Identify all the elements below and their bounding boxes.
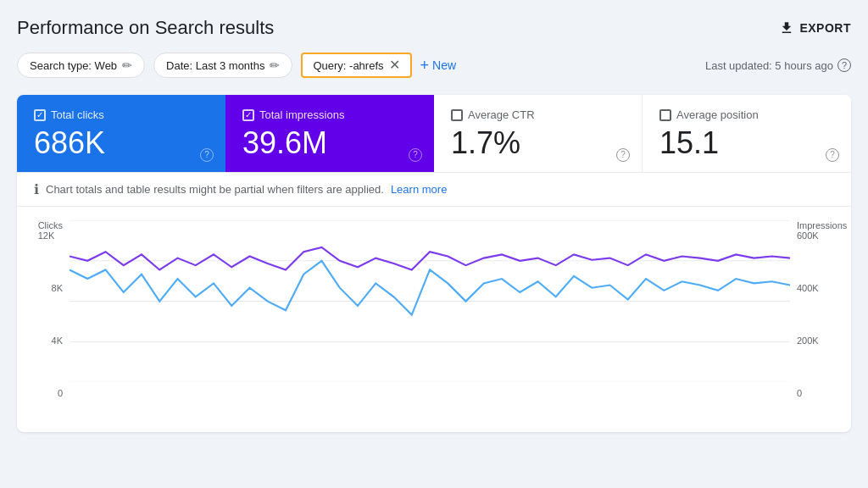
header: Performance on Search results EXPORT bbox=[17, 17, 851, 39]
learn-more-link[interactable]: Learn more bbox=[391, 183, 447, 196]
left-tick-8k: 8K bbox=[52, 283, 63, 293]
y-axis-left: Clicks 12K 8K 4K 0 bbox=[34, 220, 68, 398]
new-filter-button[interactable]: + New bbox=[420, 57, 457, 75]
right-tick-400k: 400K bbox=[797, 283, 819, 293]
metric-ctr[interactable]: Average CTR 1.7% ? bbox=[434, 95, 643, 172]
metric-position[interactable]: Average position 15.1 ? bbox=[643, 95, 851, 172]
ctr-value: 1.7% bbox=[451, 126, 625, 160]
last-updated: Last updated: 5 hours ago ? bbox=[705, 58, 851, 72]
plus-icon: + bbox=[420, 57, 430, 75]
right-axis-title: Impressions bbox=[797, 220, 847, 230]
metric-impressions[interactable]: Total impressions 39.6M ? bbox=[225, 95, 434, 172]
edit-icon: ✏ bbox=[270, 58, 280, 72]
ctr-label-row: Average CTR bbox=[451, 108, 625, 121]
clicks-line bbox=[70, 260, 790, 314]
chart-svg bbox=[70, 220, 790, 382]
clicks-label-row: Total clicks bbox=[34, 108, 209, 121]
clicks-value: 686K bbox=[34, 126, 209, 160]
left-tick-12k: 12K bbox=[38, 230, 63, 241]
impressions-help-icon[interactable]: ? bbox=[409, 148, 422, 162]
info-bar: ℹ Chart totals and table results might b… bbox=[17, 172, 851, 207]
clicks-help-icon[interactable]: ? bbox=[200, 148, 214, 162]
page-wrapper: Performance on Search results EXPORT Sea… bbox=[17, 17, 851, 432]
left-tick-0: 0 bbox=[58, 388, 63, 398]
right-tick-600k: 600K bbox=[797, 230, 847, 241]
edit-icon: ✏ bbox=[122, 58, 132, 72]
date-filter[interactable]: Date: Last 3 months ✏ bbox=[153, 53, 292, 78]
filter-bar: Search type: Web ✏ Date: Last 3 months ✏… bbox=[17, 53, 851, 78]
position-checkbox[interactable] bbox=[659, 109, 671, 121]
info-icon: ℹ bbox=[34, 181, 39, 197]
close-icon[interactable]: ✕ bbox=[389, 58, 400, 72]
y-axis-right: Impressions 600K 400K 200K 0 bbox=[792, 220, 834, 398]
left-axis-title: Clicks bbox=[38, 220, 63, 230]
main-card: Total clicks 686K ? Total impressions 39… bbox=[17, 95, 851, 432]
export-icon bbox=[779, 20, 794, 36]
right-tick-200k: 200K bbox=[797, 336, 819, 346]
ctr-checkbox[interactable] bbox=[451, 109, 463, 121]
impressions-label-row: Total impressions bbox=[242, 108, 417, 121]
help-icon[interactable]: ? bbox=[837, 58, 851, 72]
impressions-checkbox[interactable] bbox=[242, 109, 254, 121]
page-title: Performance on Search results bbox=[17, 17, 274, 39]
position-label-row: Average position bbox=[659, 108, 834, 121]
right-tick-0: 0 bbox=[797, 388, 802, 398]
ctr-help-icon[interactable]: ? bbox=[616, 148, 630, 162]
left-tick-4k: 4K bbox=[52, 336, 63, 346]
position-value: 15.1 bbox=[659, 126, 834, 160]
metrics-row: Total clicks 686K ? Total impressions 39… bbox=[17, 95, 851, 172]
metric-clicks[interactable]: Total clicks 686K ? bbox=[17, 95, 225, 172]
impressions-line bbox=[70, 247, 790, 269]
position-help-icon[interactable]: ? bbox=[826, 148, 839, 162]
chart-area: Clicks 12K 8K 4K 0 Impressions 600K 400K… bbox=[17, 207, 851, 432]
search-type-filter[interactable]: Search type: Web ✏ bbox=[17, 53, 145, 78]
export-button[interactable]: EXPORT bbox=[779, 20, 851, 36]
query-filter[interactable]: Query: -ahrefs ✕ bbox=[301, 53, 411, 78]
impressions-value: 39.6M bbox=[242, 126, 417, 160]
clicks-checkbox[interactable] bbox=[34, 109, 46, 121]
